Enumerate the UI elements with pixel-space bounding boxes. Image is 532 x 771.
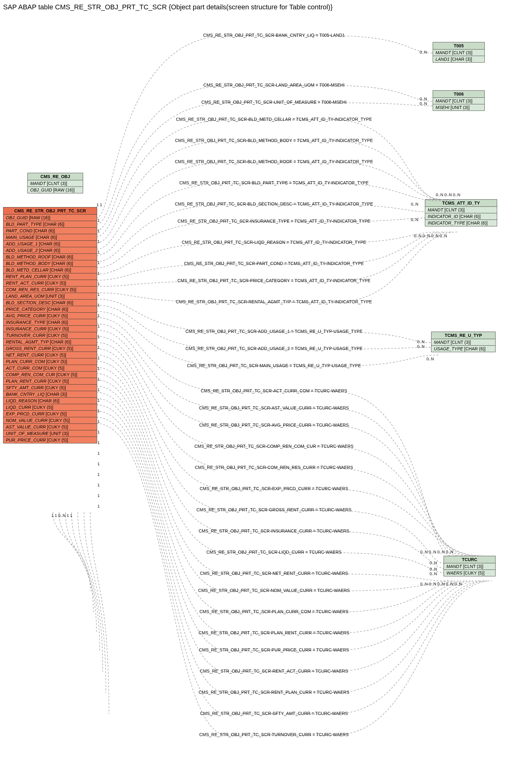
relation-label: CMS_RE_STR_OBJ_PRT_TC_SCR-RENT_ACT_CURR … bbox=[146, 669, 402, 674]
entity-field: NOM_VALUE_CURR [CUKY (5)] bbox=[3, 417, 97, 424]
cardinality: 0..N bbox=[430, 561, 437, 565]
entity-header: TCURC bbox=[444, 556, 495, 563]
cardinality: 1 bbox=[97, 472, 100, 477]
entity-field: MAIN_USAGE [CHAR (6)] bbox=[3, 234, 97, 241]
cardinality: 1 bbox=[97, 419, 100, 424]
entity-field: MSEHI [UNIT (3)] bbox=[433, 104, 484, 111]
cardinality: 1 1 0..N 1 1 bbox=[51, 513, 72, 518]
entity-field: USAGE_TYPE [CHAR (6)] bbox=[431, 346, 495, 352]
entity-field: SFTY_AMT_CURR [CUKY (5)] bbox=[3, 385, 97, 391]
cardinality: 0..N 0..N 0..N 0..N bbox=[414, 234, 447, 238]
cardinality: 1 bbox=[97, 218, 100, 223]
cardinality: 1 bbox=[97, 377, 100, 381]
entity-field: BLD_METHOD_ROOF [CHAR (6)] bbox=[3, 254, 97, 260]
entity-field: MANDT [CLNT (3)] bbox=[431, 339, 495, 346]
cardinality: 1 bbox=[97, 430, 100, 434]
cardinality: 1 bbox=[97, 493, 100, 498]
cardinality: 1 bbox=[97, 271, 100, 276]
entity-field: RENTAL_AGMT_TYP [CHAR (6)] bbox=[3, 339, 97, 345]
entity-tcurc: TCURC MANDT [CLNT (3)] WAERS [CUKY (5)] bbox=[444, 556, 496, 576]
entity-field: OBJ_GUID [RAW (16)] bbox=[3, 215, 97, 221]
cardinality: 0..N 0..N bbox=[420, 97, 427, 106]
entity-field: INDICATOR_TYPE [CHAR (6)] bbox=[425, 220, 497, 226]
cardinality: 1 bbox=[97, 303, 100, 307]
relation-label: CMS_RE_STR_OBJ_PRT_TC_SCR-BLD_SECTION_DE… bbox=[146, 201, 402, 206]
entity-field: AVG_PRICE_CURR [CUKY (5)] bbox=[3, 313, 97, 319]
relation-label: CMS_RE_STR_OBJ_PRT_TC_SCR-AST_VALUE_CURR… bbox=[146, 405, 402, 410]
entity-field: PLAN_CURR_COM [CUKY (5)] bbox=[3, 358, 97, 365]
relation-label: CMS_RE_STR_OBJ_PRT_TC_SCR-BLD_METHOD_ROO… bbox=[146, 159, 402, 164]
relation-label: CMS_RE_STR_OBJ_PRT_TC_SCR-NET_RENT_CURR … bbox=[146, 571, 402, 576]
entity-field: MANDT [CLNT (3)] bbox=[444, 563, 495, 570]
cardinality: 1 bbox=[97, 250, 100, 254]
relation-label: CMS_RE_STR_OBJ_PRT_TC_SCR-PUR_PRICE_CURR… bbox=[146, 647, 402, 652]
entity-field: INSURANCE_TYPE [CHAR (6)] bbox=[3, 319, 97, 326]
cardinality: 1 bbox=[97, 345, 100, 350]
entity-field: WAERS [CUKY (5)] bbox=[444, 570, 495, 576]
entity-field: PLAN_RENT_CURR [CUKY (5)] bbox=[3, 378, 97, 385]
cardinality: 0..N bbox=[411, 217, 418, 222]
relation-label: CMS_RE_STR_OBJ_PRT_TC_SCR-TURNOVER_CURR … bbox=[146, 732, 402, 737]
relation-label: CMS_RE_STR_OBJ_PRT_TC_SCR-ADD_USAGE_2 = … bbox=[146, 346, 402, 351]
relation-label: CMS_RE_STR_OBJ_PRT_TC_SCR-ADD_USAGE_1 = … bbox=[146, 329, 402, 334]
cardinality: 0..N 0..N bbox=[430, 567, 437, 576]
cardinality: 1 bbox=[97, 229, 100, 233]
cardinality: 1 bbox=[97, 281, 100, 286]
relation-label: CMS_RE_STR_OBJ_PRT_TC_SCR-COMP_REN_COM_C… bbox=[146, 444, 402, 449]
cardinality: 1 bbox=[97, 451, 100, 456]
relation-label: CMS_RE_STR_OBJ_PRT_TC_SCR-PLAN_CURR_COM … bbox=[146, 609, 402, 614]
relation-label: CMS_RE_STR_OBJ_PRT_TC_SCR-RENTAL_AGMT_TY… bbox=[146, 299, 402, 304]
entity-field: MANDT [CLNT (3)] bbox=[433, 50, 484, 56]
entity-field: BLD_PART_TYPE [CHAR (6)] bbox=[3, 221, 97, 228]
entity-field: PRICE_CATEGORY [CHAR (6)] bbox=[3, 306, 97, 313]
relation-label: CMS_RE_STR_OBJ_PRT_TC_SCR-ACT_CURR_COM =… bbox=[146, 388, 402, 393]
cardinality: 1 bbox=[97, 398, 100, 403]
entity-t006: T006 MANDT [CLNT (3)] MSEHI [UNIT (3)] bbox=[433, 90, 485, 111]
entity-field: RENT_ACT_CURR [CUKY (5)] bbox=[3, 280, 97, 286]
entity-field: BLD_METD_CELLAR [CHAR (6)] bbox=[3, 267, 97, 273]
relation-label: CMS_RE_STR_OBJ_PRT_TC_SCR-PRICE_CATEGORY… bbox=[146, 278, 402, 283]
cardinality: 0..N bbox=[411, 202, 418, 206]
entity-field: COM_REN_RES_CURR [CUKY (5)] bbox=[3, 286, 97, 293]
cardinality: 1 1 bbox=[97, 202, 102, 207]
relation-label: CMS_RE_STR_OBJ_PRT_TC_SCR-AVG_PRICE_CURR… bbox=[146, 423, 402, 428]
cardinality: 1 bbox=[97, 356, 100, 360]
entity-tcms-att-id-ty: TCMS_ATT_ID_TY MANDT [CLNT (3)] INDICATO… bbox=[425, 199, 497, 226]
relation-label: CMS_RE_STR_OBJ_PRT_TC_SCR-RENT_PLAN_CURR… bbox=[146, 690, 402, 695]
cardinality: 1 bbox=[97, 313, 100, 318]
cardinality: 1 bbox=[97, 324, 100, 329]
relation-label: CMS_RE_STR_OBJ_PRT_TC_SCR-GROSS_RENT_CUR… bbox=[146, 507, 402, 512]
entity-field: NET_RENT_CURR [CUKY (5)] bbox=[3, 352, 97, 358]
entity-field: BANK_CNTRY_LIQ [CHAR (3)] bbox=[3, 391, 97, 398]
relation-label: CMS_RE_STR_OBJ_PRT_TC_SCR-SFTY_AMT_CURR … bbox=[146, 711, 402, 716]
entity-cms-re-obj: CMS_RE_OBJ MANDT [CLNT (3)] OBJ_GUID [RA… bbox=[27, 173, 83, 193]
cardinality: 1 bbox=[97, 440, 100, 445]
entity-tcms-re-u-typ: TCMS_RE_U_TYP MANDT [CLNT (3)] USAGE_TYP… bbox=[431, 332, 496, 352]
relation-label: CMS_RE_STR_OBJ_PRT_TC_SCR-BLD_METD_CELLA… bbox=[146, 117, 402, 122]
entity-field: MANDT [CLNT (3)] bbox=[28, 180, 83, 187]
entity-field: INSURANCE_CURR [CUKY (5)] bbox=[3, 326, 97, 332]
cardinality: 0..N 0..N 0..N 0..N bbox=[420, 550, 453, 554]
entity-field: BLD_SECTION_DESC [CHAR (6)] bbox=[3, 300, 97, 306]
cardinality: 0..N bbox=[426, 357, 434, 361]
relation-label: CMS_RE_STR_OBJ_PRT_TC_SCR-INSURANCE_TYPE… bbox=[146, 219, 402, 224]
entity-header: TCMS_ATT_ID_TY bbox=[425, 200, 497, 207]
entity-field: LAND1 [CHAR (3)] bbox=[433, 56, 484, 62]
entity-header: T006 bbox=[433, 91, 484, 98]
entity-field: PART_COND [CHAR (6)] bbox=[3, 228, 97, 234]
er-diagram: CMS_RE_OBJ MANDT [CLNT (3)] OBJ_GUID [RA… bbox=[3, 12, 529, 766]
entity-field: MANDT [CLNT (3)] bbox=[425, 207, 497, 213]
entity-field: ACT_CURR_COM [CUKY (5)] bbox=[3, 365, 97, 371]
cardinality: 1 bbox=[97, 292, 100, 297]
relation-label: CMS_RE_STR_OBJ_PRT_TC_SCR-UNIT_OF_MEASUR… bbox=[146, 100, 402, 105]
entity-field: GROSS_RENT_CURR [CUKY (5)] bbox=[3, 345, 97, 352]
cardinality: 1 bbox=[97, 409, 100, 413]
relation-label: CMS_RE_STR_OBJ_PRT_TC_SCR-BLD_PART_TYPE … bbox=[146, 180, 402, 185]
entity-field: COMP_REN_COM_CUR [CUKY (5)] bbox=[3, 371, 97, 378]
relation-label: CMS_RE_STR_OBJ_PRT_TC_SCR-COM_REN_RES_CU… bbox=[146, 465, 402, 470]
entity-field: ADD_USAGE_1 [CHAR (6)] bbox=[3, 241, 97, 247]
relation-label: CMS_RE_STR_OBJ_PRT_TC_SCR-LAND_AREA_UOM … bbox=[146, 83, 402, 88]
cardinality: 1 bbox=[97, 387, 100, 392]
relation-label: CMS_RE_STR_OBJ_PRT_TC_SCR-PART_COND = TC… bbox=[146, 261, 402, 266]
entity-t005: T005 MANDT [CLNT (3)] LAND1 [CHAR (3)] bbox=[433, 42, 485, 63]
